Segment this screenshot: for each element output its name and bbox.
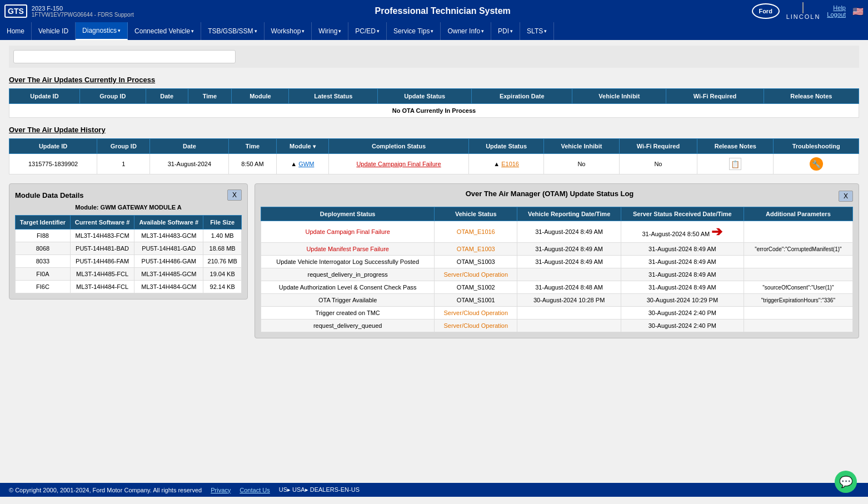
hist-col-group-id: Group ID [97,139,150,154]
col-release-notes: Release Notes [764,89,859,104]
otam-log-panel: Over The Air Manager (OTAM) Update Statu… [255,183,859,338]
otam-server-received: 30-August-2024 10:29 PM [621,294,744,307]
vin-fdrs: 1FTVW1EV7PWG06644 - FDRS Support [32,12,134,18]
pts-title: Professional Technician System [375,6,511,16]
ota-in-process-title: Over The Air Updates Currently In Proces… [9,76,859,84]
nav-wiring[interactable]: Wiring ▾ [312,22,348,40]
otam-additional-params: "sourceOfConsent":"User(1)" [744,281,852,294]
main-content: Over The Air Updates Currently In Proces… [0,40,868,483]
mod-file-size: 1.40 MB [203,229,242,242]
nav-service-tips[interactable]: Service Tips ▾ [387,22,441,40]
update-status-link[interactable]: E1016 [501,161,519,167]
nav-diagnostics[interactable]: Diagnostics ▾ [76,22,128,40]
col-update-status: Update Status [378,89,472,104]
otam-vehicle-reporting: 30-August-2024 10:28 PM [517,294,621,307]
otam-deployment-status: Trigger created on TMC [261,307,435,320]
hist-col-completion-status: Completion Status [329,139,469,154]
otam-additional-params: "triggerExpirationHours":"336" [744,294,852,307]
otam-additional-params: "errorCode":"CorruptedManifest(1)" [744,243,852,256]
nav-connected-vehicle[interactable]: Connected Vehicle ▾ [128,22,201,40]
hist-col-time: Time [229,139,276,154]
mod-current-sw: PU5T-14H481-BAD [70,242,134,255]
otam-additional-params [744,320,852,332]
mod-target: 8033 [16,255,71,268]
otam-panel-close-button[interactable]: X [839,191,853,202]
footer-privacy-link[interactable]: Privacy [211,487,231,493]
module-panel-close-button[interactable]: X [227,189,242,201]
pdi-arrow-icon: ▾ [510,28,513,34]
hist-release-notes: 📋 [697,154,774,174]
mod-current-sw: ML3T-14H483-FCM [70,229,134,242]
otam-deployment-status: request_delivery_queued [261,320,435,332]
mod-available-sw: ML3T-14H483-GCM [134,229,203,242]
module-panel-subtitle: Module: GWM GATEWAY MODULE A [15,204,242,211]
otam-log-row: Update Campaign Final Failure OTAM_E1016… [261,221,853,243]
otam-deployment-status: Update Campaign Final Failure [261,221,435,243]
hist-update-id: 1315775-1839902 [9,154,97,174]
col-update-id: Update ID [9,89,80,104]
hist-update-status: ▲ E1016 [468,154,543,174]
footer-locale: US▸ USA▸ DEALERS-EN-US [279,486,360,493]
troubleshooting-icon[interactable]: 🔧 [810,157,823,171]
otam-log-row: Update Authorization Level & Consent Che… [261,281,853,294]
ota-in-process-table: Update ID Group ID Date Time Module Late… [9,88,859,118]
otam-col-vehicle-status: Vehicle Status [435,207,517,221]
otam-log-row: OTA Trigger Available OTAM_S1001 30-Augu… [261,294,853,307]
mod-current-sw: PU5T-14H486-FAM [70,255,134,268]
hist-col-vehicle-inhibit: Vehicle Inhibit [544,139,619,154]
vehicle-year-model: 2023 F-150 [32,5,134,12]
module-data-row: FI88 ML3T-14H483-FCM ML3T-14H483-GCM 1.4… [16,229,242,242]
otam-deployment-status: Update Authorization Level & Consent Che… [261,281,435,294]
otam-log-table: Deployment Status Vehicle Status Vehicle… [261,207,853,332]
module-sort-icon[interactable]: ▾ [313,143,316,149]
no-ota-message: No OTA Currently In Process [9,104,859,118]
logout-link[interactable]: Logout [827,11,846,18]
hist-col-troubleshooting: Troubleshooting [774,139,859,154]
slts-arrow-icon: ▾ [544,28,547,34]
col-time: Time [188,89,232,104]
otam-vehicle-status: OTAM_S1003 [435,256,517,268]
mod-target: FI0A [16,268,71,281]
hist-wifi-required: No [619,154,697,174]
otam-vehicle-status: Server/Cloud Operation [435,268,517,281]
nav-tsb-gsb-ssm[interactable]: TSB/GSB/SSM ▾ [201,22,264,40]
otam-log-row: Trigger created on TMC Server/Cloud Oper… [261,307,853,320]
logo-area: GTS 2023 F-150 1FTVW1EV7PWG06644 - FDRS … [4,4,134,18]
col-group-id: Group ID [79,89,146,104]
module-data-table: Target Identifier Current Software # Ava… [15,215,242,293]
otam-log-row: request_delivery_in_progress Server/Clou… [261,268,853,281]
nav-slts[interactable]: SLTS ▾ [520,22,554,40]
module-panel-title: Module Data Details [15,191,84,199]
nav-workshop[interactable]: Workshop ▾ [265,22,312,40]
nav-pc-ed[interactable]: PC/ED ▾ [348,22,387,40]
hist-completion-status: Update Campaign Final Failure [329,154,469,174]
footer: © Copyright 2000, 2001-2024, Ford Motor … [0,483,868,497]
nav-owner-info[interactable]: Owner Info ▾ [441,22,491,40]
help-link[interactable]: Help [833,4,846,11]
search-input[interactable] [13,50,236,63]
nav-home[interactable]: Home [0,22,32,40]
otam-server-received: 30-August-2024 2:40 PM [621,320,744,332]
module-link[interactable]: GWM [298,161,314,167]
otam-col-server-received: Server Status Received Date/Time [621,207,744,221]
otam-col-deployment: Deployment Status [261,207,435,221]
mod-col-current-sw: Current Software # [70,216,134,229]
mod-col-target: Target Identifier [16,216,71,229]
nav-pdi[interactable]: PDI ▾ [491,22,520,40]
pced-arrow-icon: ▾ [377,28,380,34]
mod-available-sw: ML3T-14H484-GCM [134,281,203,293]
module-panel-header: Module Data Details X [15,189,242,201]
owner-info-arrow-icon: ▾ [481,28,484,34]
hist-col-update-status: Update Status [468,139,543,154]
lincoln-logo: LINCOLN [786,13,821,20]
otam-log-row: request_delivery_queued Server/Cloud Ope… [261,320,853,332]
mod-available-sw: PU5T-14H481-GAD [134,242,203,255]
module-expand-icon[interactable]: ▲ [291,161,297,167]
col-date: Date [146,89,188,104]
mod-file-size: 210.76 MB [203,255,242,268]
completion-status-link[interactable]: Update Campaign Final Failure [356,161,441,167]
footer-contact-link[interactable]: Contact Us [240,487,270,493]
chat-button[interactable]: 💬 [835,471,857,493]
release-notes-icon[interactable]: 📋 [729,158,741,170]
nav-vehicle-id[interactable]: Vehicle ID [32,22,76,40]
